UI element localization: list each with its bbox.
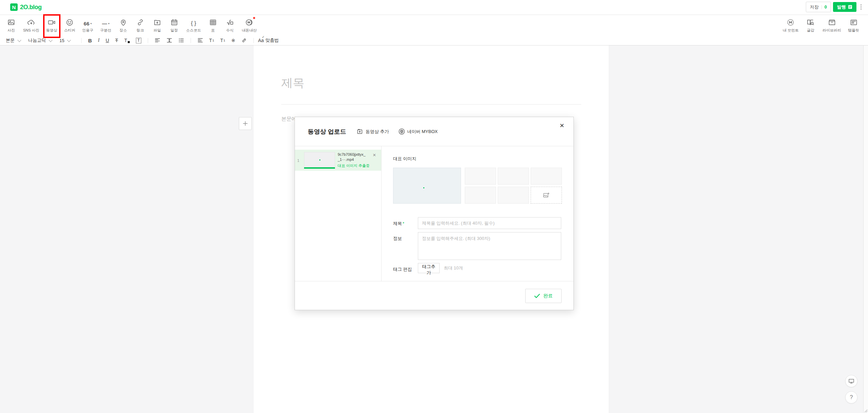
loading-dot: [423, 187, 424, 188]
toolbar-item-label: 글감: [807, 28, 814, 33]
align-button[interactable]: [152, 38, 163, 43]
file-thumbnail: [304, 152, 335, 169]
toolbar-item-label: 템플릿: [848, 28, 859, 33]
toolbar-item-schedule[interactable]: 일정: [166, 18, 183, 33]
underline-button[interactable]: U: [103, 38, 112, 43]
spellcheck-button[interactable]: Aa✓ 맞춤법: [258, 37, 279, 43]
video-info-textarea[interactable]: [418, 232, 561, 260]
add-video-button[interactable]: 동영상 추가: [357, 129, 389, 135]
thumbnail-slot[interactable]: [531, 168, 562, 185]
thumbnail-slot[interactable]: [465, 187, 496, 204]
toolbar-item-place[interactable]: 장소: [115, 18, 132, 33]
font-family-dropdown[interactable]: 나눔고딕: [28, 37, 52, 43]
line-height-button[interactable]: [163, 38, 175, 43]
loading-dot: [319, 159, 320, 161]
video-info-form: 제목* 정보 태그 편집 태그추가 최대 10개: [393, 217, 573, 273]
archive-box-icon: [828, 18, 836, 26]
dialog-body: 1 9c7b7060jjxttyx_ _1⋯.mp4 대표 이미지 추출중 ✕: [295, 146, 573, 281]
uploaded-file-item[interactable]: 1 9c7b7060jjxttyx_ _1⋯.mp4 대표 이미지 추출중 ✕: [295, 150, 381, 171]
top-header: N 2O.blog 저장 0 발행: [0, 0, 868, 15]
special-char-button[interactable]: ※: [228, 38, 238, 43]
toolbar-item-file[interactable]: 파일: [149, 18, 166, 33]
list-button[interactable]: [175, 38, 187, 43]
toolbar-item-label: 사진: [7, 28, 15, 33]
bold-button[interactable]: B: [85, 38, 95, 43]
naver-mybox-button[interactable]: 네이버 MYBOX: [398, 128, 438, 135]
mybox-icon: [398, 128, 405, 135]
italic-button[interactable]: I: [95, 38, 103, 43]
template-doc-icon: [849, 18, 858, 26]
toolbar-item-quote[interactable]: 66▾ 인용구: [79, 18, 97, 33]
file-status: 대표 이미지 추출중: [338, 163, 370, 168]
video-title-input[interactable]: [418, 217, 561, 229]
dropdown-arrow-icon: ▾: [108, 22, 109, 25]
font-color-button[interactable]: T: [121, 38, 133, 43]
toolbar-item-material[interactable]: 글감: [802, 18, 819, 33]
scrollbar-track[interactable]: [863, 45, 868, 413]
toolbar-item-label: 내돈내산: [242, 28, 257, 33]
save-button[interactable]: 저장 0: [806, 2, 831, 12]
insert-link-button[interactable]: [238, 38, 250, 43]
calendar-icon: [170, 18, 178, 26]
toolbar-item-divider-line[interactable]: —▾ 구분선: [97, 18, 115, 33]
toolbar-item-sticker[interactable]: 스티커: [61, 18, 79, 33]
superscript-button[interactable]: T1: [206, 38, 217, 43]
toolbar-item-library[interactable]: 라이브러리: [819, 18, 845, 33]
font-size-dropdown[interactable]: 15: [59, 38, 70, 43]
toolbar-item-label: 소스코드: [186, 28, 201, 33]
save-divider: [821, 5, 822, 9]
dialog-title: 동영상 업로드: [308, 128, 346, 136]
thumbnail-candidates: [465, 168, 562, 204]
toolbar-item-my-money[interactable]: 내돈내산: [238, 18, 260, 33]
remove-file-button[interactable]: ✕: [373, 153, 376, 157]
window-resize-grip[interactable]: [864, 409, 868, 413]
file-name-line2: _1⋯.mp4: [338, 157, 370, 162]
add-block-button[interactable]: [239, 117, 252, 130]
publish-label: 발행: [837, 4, 846, 10]
toolbar-item-label: 장소: [120, 28, 127, 33]
thumbnail-slot[interactable]: [498, 168, 529, 185]
add-tag-button[interactable]: 태그추가: [418, 263, 440, 273]
toolbar-item-template[interactable]: 템플릿: [845, 18, 863, 33]
video-upload-dialog: 동영상 업로드 동영상 추가 네이버 MYBOX ✕ 1: [295, 117, 574, 310]
strikethrough-button[interactable]: T: [112, 38, 121, 43]
side-panel-toolbar: 내 모먼트 글감 라이브러리 템플릿: [779, 18, 865, 33]
toolbar-item-photo[interactable]: 사진: [3, 18, 20, 33]
more-menu-button[interactable]: [858, 2, 863, 12]
dialog-close-button[interactable]: ✕: [558, 121, 566, 130]
blog-logo[interactable]: N 2O.blog: [10, 3, 42, 11]
book-search-icon: [806, 18, 815, 26]
toolbar-item-formula[interactable]: 수식: [222, 18, 238, 33]
toolbar-item-label: 동영상: [46, 28, 57, 33]
post-title-placeholder[interactable]: 제목: [281, 75, 304, 91]
toolbar-item-source-code[interactable]: { } 소스코드: [183, 18, 205, 33]
highlight-button[interactable]: T: [133, 38, 144, 43]
representative-image-preview[interactable]: [393, 168, 461, 204]
video-title-label: 제목*: [393, 217, 418, 229]
device-preview-button[interactable]: [845, 375, 857, 387]
toolbar-item-table[interactable]: 표: [205, 18, 222, 33]
thumbnail-slot[interactable]: [465, 168, 496, 185]
thumbnail-slot[interactable]: [498, 187, 529, 204]
toolbar-item-link[interactable]: 링크: [132, 18, 149, 33]
video-detail-pane: 대표 이미지: [382, 146, 573, 281]
add-thumbnail-slot[interactable]: [531, 187, 562, 204]
help-button[interactable]: ?: [845, 391, 857, 403]
done-button[interactable]: 완료: [525, 289, 562, 303]
moment-icon: [786, 18, 795, 26]
insert-toolbar: 사진 SNS 사진 동영상 스티커 66▾ 인용구 —▾ 구분선 장소: [0, 15, 868, 36]
upload-file-list: 1 9c7b7060jjxttyx_ _1⋯.mp4 대표 이미지 추출중 ✕: [295, 146, 382, 281]
toolbar-item-my-moment[interactable]: 내 모먼트: [779, 18, 802, 33]
subscript-button[interactable]: T1: [217, 38, 228, 43]
publish-button[interactable]: 발행: [833, 2, 856, 12]
my-money-icon: [245, 18, 254, 26]
dialog-header: 동영상 업로드 동영상 추가 네이버 MYBOX ✕: [295, 117, 573, 146]
toolbar-item-label: 일정: [171, 28, 178, 33]
toolbar-separator: [81, 38, 82, 43]
image-add-icon: [543, 192, 550, 198]
paragraph-style-dropdown[interactable]: 본문: [6, 37, 21, 43]
toolbar-item-sns-photo[interactable]: SNS 사진: [20, 18, 43, 33]
link-icon: [136, 18, 144, 26]
indent-button[interactable]: [194, 38, 206, 43]
toolbar-item-video[interactable]: 동영상: [43, 18, 61, 33]
